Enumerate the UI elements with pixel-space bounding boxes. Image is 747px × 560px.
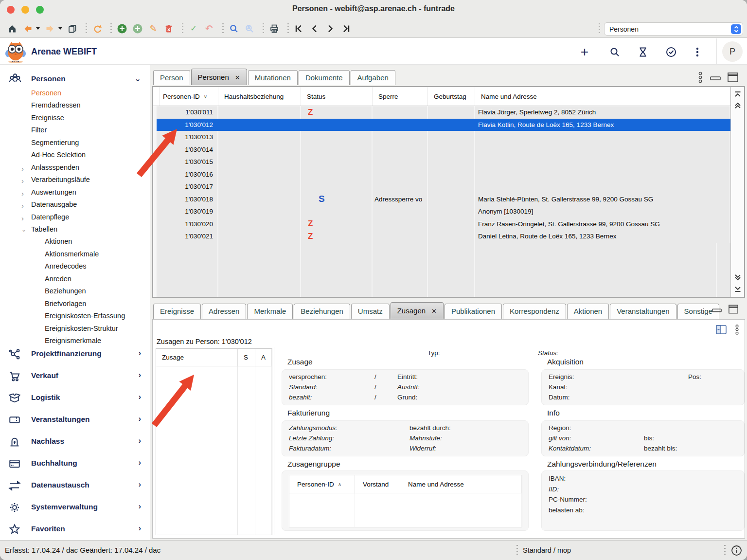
sidebar-item-filter[interactable]: Filter xyxy=(0,125,150,137)
chevron-down-icon[interactable]: ⌄ xyxy=(21,226,26,233)
info-icon[interactable] xyxy=(731,545,742,558)
tab-aufgaben[interactable]: Aufgaben xyxy=(351,70,395,85)
zusage-list-column-1[interactable]: S xyxy=(238,349,255,366)
tab-korrespondenz[interactable]: Korrespondenz xyxy=(503,304,566,319)
column-header-name-und-adresse[interactable]: Name und Adresse xyxy=(475,87,730,106)
sidebar-item-aktionen[interactable]: Aktionen xyxy=(0,236,150,248)
tab-publikationen[interactable]: Publikationen xyxy=(445,304,502,319)
chevron-right-icon[interactable]: › xyxy=(139,436,141,445)
maximize-panel-icon[interactable] xyxy=(728,72,738,84)
tab-veranstaltungen[interactable]: Veranstaltungen xyxy=(610,304,676,319)
column-header-sperre[interactable]: Sperre xyxy=(373,87,428,106)
sidebar-section-veranstaltungen[interactable]: Veranstaltungen› xyxy=(0,409,150,431)
table-row[interactable]: 1'030'020ZFranz Rasen-Oringelet, St. Gal… xyxy=(153,218,730,231)
confirm-button[interactable]: ✓ xyxy=(187,22,200,35)
column-header-vorstand[interactable]: Vorstand xyxy=(355,475,400,493)
sidebar-item-ad-hoc-selektion[interactable]: Ad-Hoc Selektion xyxy=(0,149,150,162)
table-row[interactable]: 1'030'013 xyxy=(153,131,730,144)
sidebar-item-ereigniskosten-struktur[interactable]: Ereigniskosten-Struktur xyxy=(0,323,150,335)
sidebar-section-favoriten[interactable]: Favoriten› xyxy=(0,519,150,540)
sidebar-item-tabellen[interactable]: ⌄Tabellen xyxy=(0,224,150,236)
search-button[interactable] xyxy=(228,22,240,35)
back-button[interactable] xyxy=(21,22,34,35)
close-tab-icon[interactable]: ✕ xyxy=(235,74,240,81)
zusage-list-column-2[interactable]: A xyxy=(255,349,272,366)
sidebar-section-logistik[interactable]: Logistik› xyxy=(0,387,150,409)
sidebar-section-datenaustausch[interactable]: Datenaustausch› xyxy=(0,475,150,496)
more-menu-icon[interactable] xyxy=(691,45,704,59)
collapse-panel-icon[interactable] xyxy=(716,325,727,336)
close-tab-icon[interactable]: ✕ xyxy=(431,307,437,315)
table-row[interactable]: 1'030'012Flavia Kotlin, Route de Loëx 16… xyxy=(153,119,730,131)
search-person-button[interactable] xyxy=(243,22,256,35)
chevron-right-icon[interactable]: › xyxy=(139,480,141,489)
sidebar-item-personen-root[interactable]: Personen ⌄ xyxy=(0,71,150,88)
add-copy-record-button[interactable] xyxy=(131,22,144,35)
add-icon[interactable]: + xyxy=(578,45,591,59)
chevron-right-icon[interactable]: › xyxy=(139,393,141,401)
sidebar-item-auswertungen[interactable]: ›Auswertungen xyxy=(0,187,150,199)
tab-adressen[interactable]: Adressen xyxy=(202,304,246,319)
chevron-down-icon[interactable]: ⌄ xyxy=(135,74,141,83)
chevron-right-icon[interactable]: › xyxy=(139,524,141,533)
sidebar-section-systemverwaltung[interactable]: Systemverwaltung› xyxy=(0,497,150,518)
minimize-panel-icon[interactable] xyxy=(710,74,721,83)
forward-history-caret[interactable] xyxy=(58,27,62,30)
table-row[interactable]: 1'030'021ZDaniel Letina, Route de Loëx 1… xyxy=(153,230,730,243)
edit-button[interactable]: ✎ xyxy=(147,22,160,35)
table-row[interactable]: 1'030'014 xyxy=(153,144,730,156)
first-record-button[interactable] xyxy=(293,22,305,35)
sidebar-item-segmentierung[interactable]: Segmentierung xyxy=(0,137,150,149)
column-header-status[interactable]: Status xyxy=(301,87,373,106)
sidebar-section-verkauf[interactable]: Verkauf› xyxy=(0,365,150,387)
sidebar-item-ereigniskosten-erfassung[interactable]: Ereigniskosten-Erfassung xyxy=(0,310,150,323)
tab-beziehungen[interactable]: Beziehungen xyxy=(294,304,350,319)
forward-button[interactable] xyxy=(44,22,56,35)
sidebar-item-fremdadressen[interactable]: Fremdadressen xyxy=(0,100,150,112)
sidebar-item-datenpflege[interactable]: ›Datenpflege xyxy=(0,212,150,224)
refresh-button[interactable] xyxy=(91,22,104,35)
sidebar-item-anredecodes[interactable]: Anredecodes xyxy=(0,261,150,273)
duplicate-window-icon[interactable] xyxy=(66,22,79,35)
context-select[interactable]: Personen xyxy=(604,22,743,36)
back-history-caret[interactable] xyxy=(36,27,40,30)
scroll-bottom-icon[interactable] xyxy=(734,285,742,293)
zusage-list-body[interactable] xyxy=(156,366,272,535)
avatar[interactable]: P xyxy=(722,41,743,62)
table-row[interactable]: 1'030'011ZFlavia Jörger, Sperletweg 2, 8… xyxy=(153,106,730,119)
chevron-right-icon[interactable]: › xyxy=(21,189,24,198)
sidebar-item-ereignisse[interactable]: Ereignisse xyxy=(0,112,150,125)
chevron-right-icon[interactable]: › xyxy=(21,201,24,210)
tab-person[interactable]: Person xyxy=(153,70,190,85)
chevron-right-icon[interactable]: › xyxy=(139,415,141,423)
sidebar-item-briefvorlagen[interactable]: Briefvorlagen xyxy=(0,298,150,310)
table-row[interactable]: 1'030'016 xyxy=(153,168,730,181)
column-header-name-und-adresse[interactable]: Name und Adresse xyxy=(400,475,522,493)
panel-menu-icon[interactable] xyxy=(734,324,740,338)
chevron-right-icon[interactable]: › xyxy=(139,502,141,511)
tab-personen[interactable]: Personen✕ xyxy=(191,69,247,85)
print-button[interactable] xyxy=(268,22,281,35)
table-row[interactable]: 1'030'019Anonym [1030019] xyxy=(153,205,730,218)
sidebar-item-datenausgabe[interactable]: ›Datenausgabe xyxy=(0,199,150,211)
undo-button[interactable]: ↶ xyxy=(203,22,215,35)
column-header-personen-id[interactable]: Personen-ID∨ xyxy=(157,87,218,106)
tab-mutationen[interactable]: Mutationen xyxy=(248,70,298,85)
sidebar-item-aktionsmerkmale[interactable]: Aktionsmerkmale xyxy=(0,249,150,261)
tab-merkmale[interactable]: Merkmale xyxy=(247,304,293,319)
tab-dokumente[interactable]: Dokumente xyxy=(299,70,350,85)
sidebar-item-personen[interactable]: Personen xyxy=(0,88,150,100)
sidebar-item-beziehungen[interactable]: Beziehungen xyxy=(0,286,150,298)
next-record-button[interactable] xyxy=(324,22,337,35)
zusage-list-column-0[interactable]: Zusage xyxy=(156,349,238,366)
sort-asc-icon[interactable]: ∧ xyxy=(338,482,341,487)
chevron-right-icon[interactable]: › xyxy=(21,177,24,185)
table-row[interactable]: 1'030'017 xyxy=(153,181,730,193)
chevron-right-icon[interactable]: › xyxy=(139,458,141,467)
page-down-icon[interactable] xyxy=(734,273,742,281)
chevron-right-icon[interactable]: › xyxy=(139,371,141,379)
tab-aktionen[interactable]: Aktionen xyxy=(567,304,609,319)
tab-zusagen[interactable]: Zusagen✕ xyxy=(391,302,444,319)
column-header-geburtstag[interactable]: Geburtstag xyxy=(428,87,475,106)
table-row[interactable]: 1'030'018SAdresssperre voMaria Stehlé-Pü… xyxy=(153,193,730,206)
